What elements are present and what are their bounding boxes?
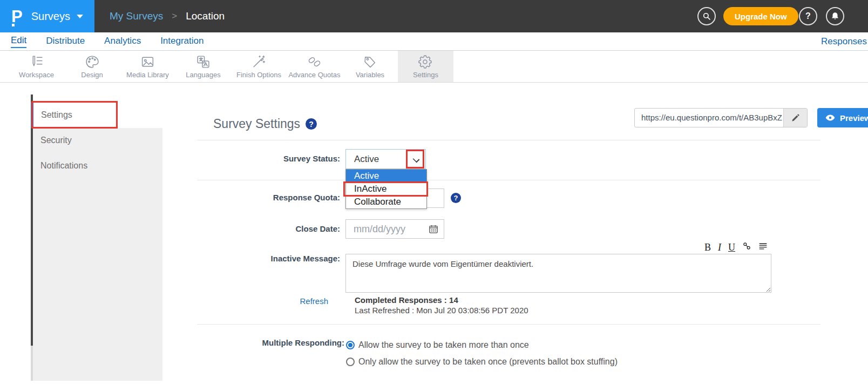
page-title: Survey Settings (213, 117, 300, 131)
survey-status-label: Survey Status: (205, 154, 340, 163)
underline-button[interactable]: U (728, 242, 735, 253)
survey-nav-tabs: Edit Distribute Analytics Integration Re… (0, 32, 868, 51)
dropdown-option-collaborate[interactable]: Collaborate (346, 196, 426, 208)
align-justify-icon (758, 241, 768, 251)
format-toolbar: B I U (669, 241, 768, 253)
radio-allow-multiple[interactable] (346, 341, 355, 349)
bold-button[interactable]: B (704, 242, 711, 253)
sidebar-item-security[interactable]: Security (40, 136, 72, 145)
preview-label: Preview (840, 113, 868, 123)
app-window: P Surveys My Surveys > Location Upgrade … (0, 0, 868, 391)
dropdown-option-active[interactable]: Active (346, 170, 426, 183)
calendar-icon[interactable] (428, 224, 439, 234)
preview-button[interactable]: Preview (817, 108, 868, 127)
radio-only-once[interactable] (346, 358, 355, 366)
divider (197, 324, 820, 325)
last-refreshed-text: Last Refreshed : Mon Jul 20 03:08:56 PDT… (355, 306, 528, 315)
edit-toolbar: Workspace Design Media Library Languages… (0, 51, 868, 83)
dropdown-option-inactive[interactable]: InActive (346, 183, 426, 196)
response-quota-label: Response Quota: (205, 193, 340, 202)
tab-integration[interactable]: Integration (160, 36, 204, 48)
divider (197, 140, 820, 140)
sidebar-item-notifications[interactable]: Notifications (40, 161, 87, 171)
tab-edit[interactable]: Edit (11, 35, 26, 48)
edit-url-button[interactable] (783, 109, 807, 127)
chevron-down-icon (413, 156, 420, 163)
link-button[interactable] (742, 241, 751, 253)
media-library-icon (140, 55, 155, 69)
upgrade-now-button[interactable]: Upgrade Now (723, 7, 798, 25)
logo-dot (12, 24, 15, 26)
tab-analytics[interactable]: Analytics (104, 36, 141, 48)
toolbar-item-settings[interactable]: Settings (398, 51, 453, 82)
question-mark-icon: ? (805, 11, 811, 21)
survey-status-dropdown: Active InActive Collaborate (345, 169, 427, 209)
logo-letter: P (11, 7, 23, 26)
chevron-down-icon (77, 15, 83, 18)
completed-responses-text: Completed Responses : 14 (355, 295, 458, 305)
survey-status-select[interactable]: Active (345, 149, 426, 169)
breadcrumb-separator: > (172, 11, 177, 22)
advance-quotas-icon (307, 55, 322, 69)
survey-url-text: https://eu.questionpro.com/t/AB3upBxZ (635, 109, 784, 127)
sidebar-item-settings[interactable]: Settings (33, 102, 118, 128)
questionpro-logo: P (11, 8, 23, 25)
breadcrumb: My Surveys > Location (110, 0, 225, 32)
top-bar: P Surveys My Surveys > Location Upgrade … (0, 0, 868, 32)
link-icon (742, 241, 751, 251)
breadcrumb-my-surveys[interactable]: My Surveys (110, 10, 163, 22)
product-name: Surveys (31, 10, 70, 23)
notifications-button[interactable] (826, 7, 844, 25)
survey-url-field[interactable]: https://eu.questionpro.com/t/AB3upBxZ (634, 108, 808, 127)
toolbar-item-design[interactable]: Design (64, 51, 120, 82)
toolbar-item-workspace[interactable]: Workspace (9, 51, 64, 82)
inactive-message-label: Inactive Message: (205, 254, 340, 263)
inactive-message-textarea[interactable]: Diese Umfrage wurde vom Eigentümer deakt… (345, 254, 771, 293)
survey-status-value: Active (354, 150, 379, 168)
bell-icon (830, 11, 840, 21)
multiple-responding-label: Multiple Responding: (205, 338, 344, 347)
finish-options-icon (252, 55, 266, 69)
responses-link[interactable]: Responses (821, 36, 867, 47)
close-date-label: Close Date: (205, 224, 340, 233)
settings-sidebar: Security Notifications (33, 128, 162, 381)
design-icon (85, 55, 99, 69)
variables-icon (363, 55, 377, 69)
divider (197, 180, 820, 180)
align-justify-button[interactable] (758, 241, 768, 253)
tab-distribute[interactable]: Distribute (46, 36, 85, 48)
eye-icon (825, 112, 836, 123)
toolbar-item-media-library[interactable]: Media Library (120, 51, 175, 82)
product-switcher[interactable]: P Surveys (0, 0, 94, 32)
toolbar-item-finish-options[interactable]: Finish Options (231, 51, 287, 82)
toolbar-item-variables[interactable]: Variables (342, 51, 398, 82)
response-quota-help-icon[interactable]: ? (451, 193, 461, 203)
survey-settings-help-icon[interactable]: ? (306, 118, 317, 130)
pencil-icon (791, 113, 800, 123)
radio-allow-multiple-label: Allow the survey to be taken more than o… (358, 340, 529, 350)
search-button[interactable] (697, 7, 716, 25)
search-icon (702, 11, 711, 21)
help-button[interactable]: ? (799, 7, 817, 25)
refresh-link[interactable]: Refresh (205, 296, 328, 306)
languages-icon (196, 55, 211, 69)
settings-icon (418, 55, 433, 69)
toolbar-item-languages[interactable]: Languages (175, 51, 231, 82)
sidebar-active-indicator (31, 102, 33, 128)
breadcrumb-current-survey: Location (186, 10, 225, 22)
toolbar-item-advance-quotas[interactable]: Advance Quotas (287, 51, 342, 82)
radio-only-once-label: Only allow the survey to be taken once (… (358, 357, 618, 367)
italic-button[interactable]: I (718, 242, 721, 253)
workspace-icon (29, 55, 44, 69)
